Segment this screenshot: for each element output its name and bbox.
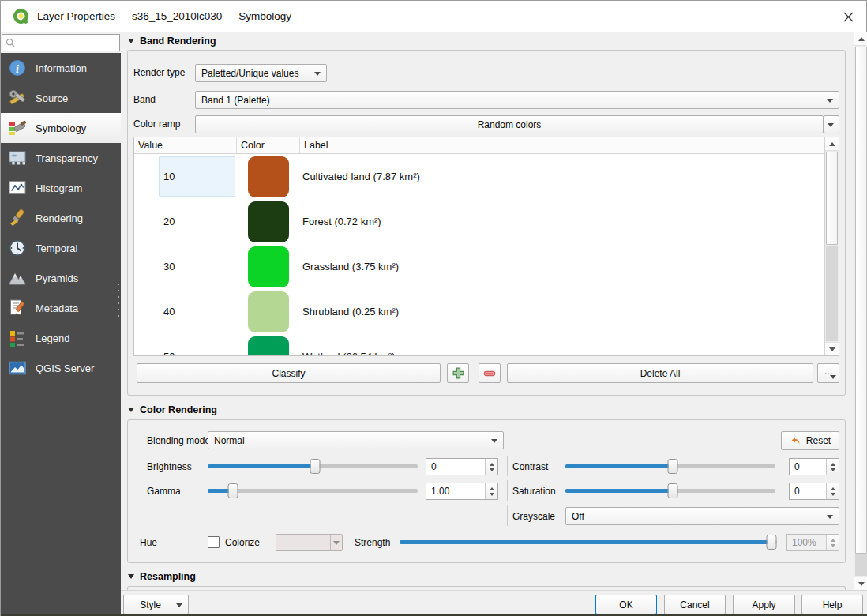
sidebar-item-information[interactable]: i Information bbox=[1, 53, 121, 83]
close-icon[interactable] bbox=[830, 1, 866, 32]
slider-handle[interactable] bbox=[310, 459, 320, 474]
panel-scrollbar[interactable] bbox=[854, 32, 867, 590]
scrollbar-track[interactable] bbox=[855, 554, 867, 576]
add-value-button[interactable] bbox=[447, 363, 469, 383]
sidebar-item-metadata[interactable]: Metadata bbox=[1, 293, 121, 323]
sidebar-item-source[interactable]: Source bbox=[1, 83, 121, 113]
render-type-label: Render type bbox=[133, 64, 185, 81]
band-rendering-header[interactable]: Band Rendering bbox=[128, 36, 216, 47]
gamma-spinbox[interactable]: 1.00 bbox=[426, 483, 498, 500]
style-menu-button[interactable]: Style bbox=[123, 595, 189, 614]
scroll-up-icon[interactable] bbox=[825, 137, 839, 151]
column-header-value[interactable]: Value bbox=[134, 137, 237, 153]
more-options-button[interactable]: ... bbox=[817, 363, 839, 383]
color-swatch[interactable] bbox=[248, 291, 289, 332]
spin-arrows-icon[interactable] bbox=[485, 483, 497, 499]
sidebar-item-label: Transparency bbox=[36, 152, 98, 164]
table-scrollbar[interactable] bbox=[824, 137, 839, 355]
color-swatch[interactable] bbox=[248, 246, 289, 287]
saturation-slider[interactable] bbox=[565, 483, 775, 499]
value-cell[interactable]: 30 bbox=[163, 244, 175, 289]
label-cell[interactable]: Grassland (3.75 km²) bbox=[300, 261, 824, 272]
search-input[interactable] bbox=[2, 34, 120, 51]
grayscale-combo[interactable]: Off bbox=[565, 507, 839, 525]
label-cell[interactable]: Forest (0.72 km²) bbox=[300, 216, 824, 227]
search-icon bbox=[4, 36, 17, 49]
colorize-checkbox[interactable] bbox=[208, 536, 220, 548]
symbology-icon bbox=[8, 118, 27, 137]
sidebar-item-histogram[interactable]: Histogram bbox=[1, 173, 121, 203]
column-header-color[interactable]: Color bbox=[237, 137, 300, 153]
blending-mode-combo[interactable]: Normal bbox=[208, 431, 504, 449]
help-button[interactable]: Help bbox=[801, 595, 863, 614]
brightness-spinbox[interactable]: 0 bbox=[426, 458, 498, 475]
remove-value-button[interactable] bbox=[479, 363, 501, 383]
strength-slider[interactable] bbox=[400, 534, 777, 550]
label-cell[interactable]: Cultivated land (7.87 km²) bbox=[300, 171, 824, 182]
color-swatch[interactable] bbox=[248, 336, 289, 356]
color-swatch[interactable] bbox=[248, 156, 289, 197]
value-cell[interactable]: 50 bbox=[163, 334, 175, 355]
value-cell[interactable]: 40 bbox=[163, 289, 175, 334]
delete-all-button[interactable]: Delete All bbox=[507, 363, 813, 383]
saturation-spinbox[interactable]: 0 bbox=[789, 483, 839, 500]
scroll-up-icon[interactable] bbox=[854, 32, 867, 46]
render-type-value: Paletted/Unique values bbox=[201, 68, 298, 79]
sidebar-item-rendering[interactable]: Rendering bbox=[1, 203, 121, 233]
label-cell[interactable]: Shrubland (0.25 km²) bbox=[300, 306, 824, 317]
spin-arrows-icon[interactable] bbox=[826, 483, 839, 499]
slider-handle[interactable] bbox=[667, 483, 677, 498]
color-ramp-button[interactable]: Random colors bbox=[195, 115, 824, 133]
value-cell[interactable]: 20 bbox=[163, 199, 175, 244]
sidebar-item-legend[interactable]: Legend bbox=[1, 323, 121, 353]
table-row[interactable]: 40 Shrubland (0.25 km²) bbox=[134, 289, 824, 334]
table-row[interactable]: 30 Grassland (3.75 km²) bbox=[134, 244, 824, 289]
classify-button[interactable]: Classify bbox=[137, 363, 441, 383]
apply-label: Apply bbox=[752, 599, 775, 610]
sidebar-item-symbology[interactable]: Symbology bbox=[1, 113, 121, 143]
scrollbar-track[interactable] bbox=[826, 246, 838, 341]
splitter-handle[interactable] bbox=[117, 281, 120, 317]
contrast-spinbox[interactable]: 0 bbox=[789, 458, 839, 475]
color-rendering-header[interactable]: Color Rendering bbox=[128, 404, 217, 415]
sidebar-item-label: Metadata bbox=[36, 302, 78, 314]
colorize-color-button[interactable] bbox=[276, 534, 343, 551]
scrollbar-thumb[interactable] bbox=[826, 152, 838, 245]
color-ramp-dropdown-button[interactable] bbox=[824, 115, 839, 133]
table-body: 10 Cultivated land (7.87 km²) 20 Forest … bbox=[134, 154, 824, 355]
sidebar-item-transparency[interactable]: Transparency bbox=[1, 143, 121, 173]
slider-handle[interactable] bbox=[767, 535, 777, 550]
scroll-down-icon[interactable] bbox=[854, 577, 867, 590]
label-cell[interactable]: Wetland (36.54 km²) bbox=[300, 351, 824, 355]
spin-arrows-icon[interactable] bbox=[485, 459, 497, 475]
band-combo[interactable]: Band 1 (Palette) bbox=[195, 91, 839, 109]
table-row[interactable]: 50 Wetland (36.54 km²) bbox=[134, 334, 824, 355]
sidebar-item-temporal[interactable]: Temporal bbox=[1, 233, 121, 263]
gamma-slider[interactable] bbox=[208, 483, 418, 499]
info-icon: i bbox=[8, 58, 27, 77]
spin-arrows-icon[interactable] bbox=[826, 459, 839, 475]
contrast-slider[interactable] bbox=[565, 458, 775, 475]
collapse-triangle-icon bbox=[128, 39, 134, 43]
apply-button[interactable]: Apply bbox=[733, 595, 795, 614]
ok-button[interactable]: OK bbox=[595, 595, 657, 614]
cancel-button[interactable]: Cancel bbox=[664, 595, 726, 614]
scroll-down-icon[interactable] bbox=[825, 342, 839, 355]
sidebar-item-label: Pyramids bbox=[36, 272, 78, 284]
slider-handle[interactable] bbox=[227, 483, 238, 498]
color-swatch[interactable] bbox=[248, 201, 289, 242]
table-row[interactable]: 20 Forest (0.72 km²) bbox=[134, 199, 824, 244]
sidebar-item-label: Rendering bbox=[36, 212, 83, 224]
sidebar-item-pyramids[interactable]: Pyramids bbox=[1, 263, 121, 293]
value-cell[interactable]: 10 bbox=[163, 171, 175, 182]
resampling-header[interactable]: Resampling bbox=[128, 571, 196, 582]
slider-handle[interactable] bbox=[667, 459, 677, 474]
reset-button[interactable]: Reset bbox=[781, 431, 839, 450]
scrollbar-thumb[interactable] bbox=[855, 47, 867, 554]
brightness-slider[interactable] bbox=[208, 458, 418, 475]
source-icon bbox=[8, 88, 27, 107]
column-header-label[interactable]: Label bbox=[300, 137, 824, 153]
table-row[interactable]: 10 Cultivated land (7.87 km²) bbox=[134, 154, 824, 199]
render-type-combo[interactable]: Paletted/Unique values bbox=[195, 64, 327, 82]
sidebar-item-qgis-server[interactable]: QGIS Server bbox=[1, 353, 121, 383]
